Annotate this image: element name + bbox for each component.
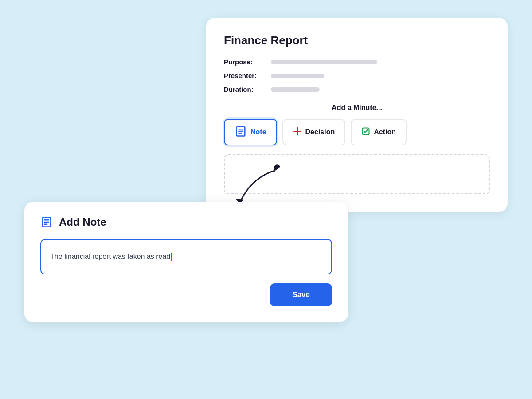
note-input-wrapper: The financial report was taken as read [40, 239, 332, 274]
add-minute-section: Add a Minute... Note [224, 104, 490, 194]
duration-bar [271, 87, 320, 92]
purpose-row: Purpose: [224, 58, 490, 66]
purpose-label: Purpose: [224, 58, 264, 66]
save-button[interactable]: Save [270, 283, 332, 306]
minute-buttons-group: Note Decision Action [224, 119, 490, 145]
decision-button[interactable]: Decision [282, 119, 346, 145]
dashed-placeholder-area [224, 154, 490, 194]
text-cursor [171, 253, 172, 261]
note-text-input[interactable]: The financial report was taken as read [40, 239, 332, 274]
save-row: Save [40, 283, 332, 306]
presenter-label: Presenter: [224, 72, 264, 79]
action-button[interactable]: Action [351, 119, 407, 145]
duration-label: Duration: [224, 86, 264, 93]
presenter-row: Presenter: [224, 72, 490, 79]
presenter-bar [271, 74, 324, 78]
duration-row: Duration: [224, 86, 490, 93]
decision-button-label: Decision [305, 128, 335, 136]
add-minute-label: Add a Minute... [224, 104, 490, 112]
add-note-icon [40, 216, 53, 228]
purpose-bar [271, 60, 377, 64]
note-button[interactable]: Note [224, 119, 277, 145]
add-note-card: Add Note The financial report was taken … [24, 202, 348, 322]
note-card-header: Add Note [40, 216, 332, 228]
note-input-text: The financial report was taken as read [50, 253, 170, 261]
decision-button-icon [293, 127, 302, 137]
note-button-icon [235, 125, 247, 139]
note-button-label: Note [250, 128, 266, 136]
finance-report-title: Finance Report [224, 34, 490, 47]
action-button-label: Action [374, 128, 396, 136]
add-note-title: Add Note [59, 216, 106, 228]
action-button-icon [361, 127, 370, 137]
finance-report-card: Finance Report Purpose: Presenter: Durat… [206, 18, 508, 212]
